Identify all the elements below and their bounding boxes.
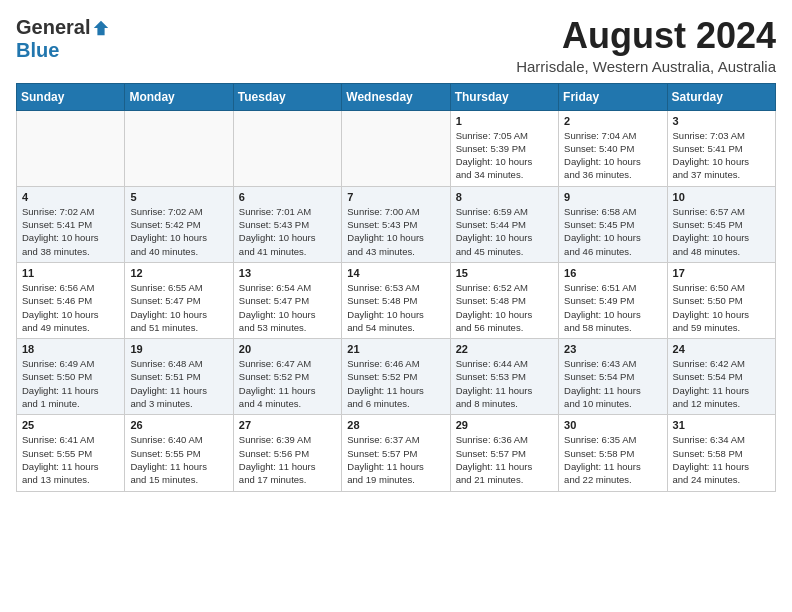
title-section: August 2024 Harrisdale, Western Australi… — [516, 16, 776, 75]
calendar-cell: 10Sunrise: 6:57 AM Sunset: 5:45 PM Dayli… — [667, 186, 775, 262]
day-number: 13 — [239, 267, 336, 279]
day-number: 19 — [130, 343, 227, 355]
calendar-header-monday: Monday — [125, 83, 233, 110]
calendar-cell: 30Sunrise: 6:35 AM Sunset: 5:58 PM Dayli… — [559, 415, 667, 491]
day-info: Sunrise: 6:49 AM Sunset: 5:50 PM Dayligh… — [22, 357, 119, 410]
day-info: Sunrise: 6:42 AM Sunset: 5:54 PM Dayligh… — [673, 357, 770, 410]
day-info: Sunrise: 6:50 AM Sunset: 5:50 PM Dayligh… — [673, 281, 770, 334]
day-number: 12 — [130, 267, 227, 279]
day-info: Sunrise: 7:04 AM Sunset: 5:40 PM Dayligh… — [564, 129, 661, 182]
calendar-cell: 20Sunrise: 6:47 AM Sunset: 5:52 PM Dayli… — [233, 339, 341, 415]
day-number: 7 — [347, 191, 444, 203]
day-info: Sunrise: 6:40 AM Sunset: 5:55 PM Dayligh… — [130, 433, 227, 486]
calendar-cell: 25Sunrise: 6:41 AM Sunset: 5:55 PM Dayli… — [17, 415, 125, 491]
day-number: 9 — [564, 191, 661, 203]
calendar-cell: 12Sunrise: 6:55 AM Sunset: 5:47 PM Dayli… — [125, 262, 233, 338]
day-info: Sunrise: 6:43 AM Sunset: 5:54 PM Dayligh… — [564, 357, 661, 410]
day-number: 30 — [564, 419, 661, 431]
calendar-cell: 13Sunrise: 6:54 AM Sunset: 5:47 PM Dayli… — [233, 262, 341, 338]
day-number: 28 — [347, 419, 444, 431]
day-info: Sunrise: 6:53 AM Sunset: 5:48 PM Dayligh… — [347, 281, 444, 334]
calendar-week-row: 4Sunrise: 7:02 AM Sunset: 5:41 PM Daylig… — [17, 186, 776, 262]
day-info: Sunrise: 6:56 AM Sunset: 5:46 PM Dayligh… — [22, 281, 119, 334]
day-info: Sunrise: 6:46 AM Sunset: 5:52 PM Dayligh… — [347, 357, 444, 410]
calendar-cell: 4Sunrise: 7:02 AM Sunset: 5:41 PM Daylig… — [17, 186, 125, 262]
day-info: Sunrise: 7:00 AM Sunset: 5:43 PM Dayligh… — [347, 205, 444, 258]
calendar-table: SundayMondayTuesdayWednesdayThursdayFrid… — [16, 83, 776, 492]
day-info: Sunrise: 6:34 AM Sunset: 5:58 PM Dayligh… — [673, 433, 770, 486]
calendar-header-thursday: Thursday — [450, 83, 558, 110]
calendar-cell: 2Sunrise: 7:04 AM Sunset: 5:40 PM Daylig… — [559, 110, 667, 186]
logo-general: General — [16, 16, 90, 39]
calendar-header-friday: Friday — [559, 83, 667, 110]
day-number: 17 — [673, 267, 770, 279]
calendar-cell: 22Sunrise: 6:44 AM Sunset: 5:53 PM Dayli… — [450, 339, 558, 415]
calendar-cell — [17, 110, 125, 186]
calendar-cell: 28Sunrise: 6:37 AM Sunset: 5:57 PM Dayli… — [342, 415, 450, 491]
day-number: 5 — [130, 191, 227, 203]
calendar-header-tuesday: Tuesday — [233, 83, 341, 110]
main-title: August 2024 — [516, 16, 776, 56]
day-number: 14 — [347, 267, 444, 279]
calendar-cell: 5Sunrise: 7:02 AM Sunset: 5:42 PM Daylig… — [125, 186, 233, 262]
day-number: 24 — [673, 343, 770, 355]
day-info: Sunrise: 6:52 AM Sunset: 5:48 PM Dayligh… — [456, 281, 553, 334]
day-info: Sunrise: 6:36 AM Sunset: 5:57 PM Dayligh… — [456, 433, 553, 486]
day-info: Sunrise: 6:55 AM Sunset: 5:47 PM Dayligh… — [130, 281, 227, 334]
day-number: 1 — [456, 115, 553, 127]
calendar-cell: 11Sunrise: 6:56 AM Sunset: 5:46 PM Dayli… — [17, 262, 125, 338]
calendar-cell: 3Sunrise: 7:03 AM Sunset: 5:41 PM Daylig… — [667, 110, 775, 186]
day-info: Sunrise: 6:39 AM Sunset: 5:56 PM Dayligh… — [239, 433, 336, 486]
calendar-week-row: 25Sunrise: 6:41 AM Sunset: 5:55 PM Dayli… — [17, 415, 776, 491]
calendar-cell — [125, 110, 233, 186]
calendar-cell: 29Sunrise: 6:36 AM Sunset: 5:57 PM Dayli… — [450, 415, 558, 491]
calendar-cell: 15Sunrise: 6:52 AM Sunset: 5:48 PM Dayli… — [450, 262, 558, 338]
day-number: 16 — [564, 267, 661, 279]
day-number: 22 — [456, 343, 553, 355]
day-number: 18 — [22, 343, 119, 355]
day-info: Sunrise: 6:48 AM Sunset: 5:51 PM Dayligh… — [130, 357, 227, 410]
day-number: 15 — [456, 267, 553, 279]
day-info: Sunrise: 6:59 AM Sunset: 5:44 PM Dayligh… — [456, 205, 553, 258]
calendar-cell: 18Sunrise: 6:49 AM Sunset: 5:50 PM Dayli… — [17, 339, 125, 415]
calendar-cell: 9Sunrise: 6:58 AM Sunset: 5:45 PM Daylig… — [559, 186, 667, 262]
svg-marker-0 — [94, 20, 108, 34]
calendar-week-row: 18Sunrise: 6:49 AM Sunset: 5:50 PM Dayli… — [17, 339, 776, 415]
day-number: 4 — [22, 191, 119, 203]
calendar-cell: 31Sunrise: 6:34 AM Sunset: 5:58 PM Dayli… — [667, 415, 775, 491]
calendar-cell: 1Sunrise: 7:05 AM Sunset: 5:39 PM Daylig… — [450, 110, 558, 186]
calendar-cell: 6Sunrise: 7:01 AM Sunset: 5:43 PM Daylig… — [233, 186, 341, 262]
day-info: Sunrise: 6:57 AM Sunset: 5:45 PM Dayligh… — [673, 205, 770, 258]
calendar-cell: 26Sunrise: 6:40 AM Sunset: 5:55 PM Dayli… — [125, 415, 233, 491]
page-header: General Blue August 2024 Harrisdale, Wes… — [16, 16, 776, 75]
calendar-week-row: 11Sunrise: 6:56 AM Sunset: 5:46 PM Dayli… — [17, 262, 776, 338]
calendar-cell — [233, 110, 341, 186]
day-number: 8 — [456, 191, 553, 203]
logo: General Blue — [16, 16, 110, 62]
day-number: 31 — [673, 419, 770, 431]
calendar-header-wednesday: Wednesday — [342, 83, 450, 110]
day-info: Sunrise: 6:58 AM Sunset: 5:45 PM Dayligh… — [564, 205, 661, 258]
day-number: 21 — [347, 343, 444, 355]
day-info: Sunrise: 7:05 AM Sunset: 5:39 PM Dayligh… — [456, 129, 553, 182]
day-number: 11 — [22, 267, 119, 279]
day-info: Sunrise: 6:44 AM Sunset: 5:53 PM Dayligh… — [456, 357, 553, 410]
calendar-cell: 16Sunrise: 6:51 AM Sunset: 5:49 PM Dayli… — [559, 262, 667, 338]
calendar-header-sunday: Sunday — [17, 83, 125, 110]
calendar-cell: 7Sunrise: 7:00 AM Sunset: 5:43 PM Daylig… — [342, 186, 450, 262]
calendar-cell: 19Sunrise: 6:48 AM Sunset: 5:51 PM Dayli… — [125, 339, 233, 415]
day-info: Sunrise: 6:47 AM Sunset: 5:52 PM Dayligh… — [239, 357, 336, 410]
calendar-header-saturday: Saturday — [667, 83, 775, 110]
logo-blue: Blue — [16, 39, 59, 61]
calendar-cell: 21Sunrise: 6:46 AM Sunset: 5:52 PM Dayli… — [342, 339, 450, 415]
calendar-cell: 24Sunrise: 6:42 AM Sunset: 5:54 PM Dayli… — [667, 339, 775, 415]
day-info: Sunrise: 6:51 AM Sunset: 5:49 PM Dayligh… — [564, 281, 661, 334]
calendar-cell: 23Sunrise: 6:43 AM Sunset: 5:54 PM Dayli… — [559, 339, 667, 415]
day-info: Sunrise: 7:01 AM Sunset: 5:43 PM Dayligh… — [239, 205, 336, 258]
day-number: 27 — [239, 419, 336, 431]
calendar-header-row: SundayMondayTuesdayWednesdayThursdayFrid… — [17, 83, 776, 110]
day-number: 10 — [673, 191, 770, 203]
calendar-cell: 27Sunrise: 6:39 AM Sunset: 5:56 PM Dayli… — [233, 415, 341, 491]
day-number: 26 — [130, 419, 227, 431]
day-number: 25 — [22, 419, 119, 431]
